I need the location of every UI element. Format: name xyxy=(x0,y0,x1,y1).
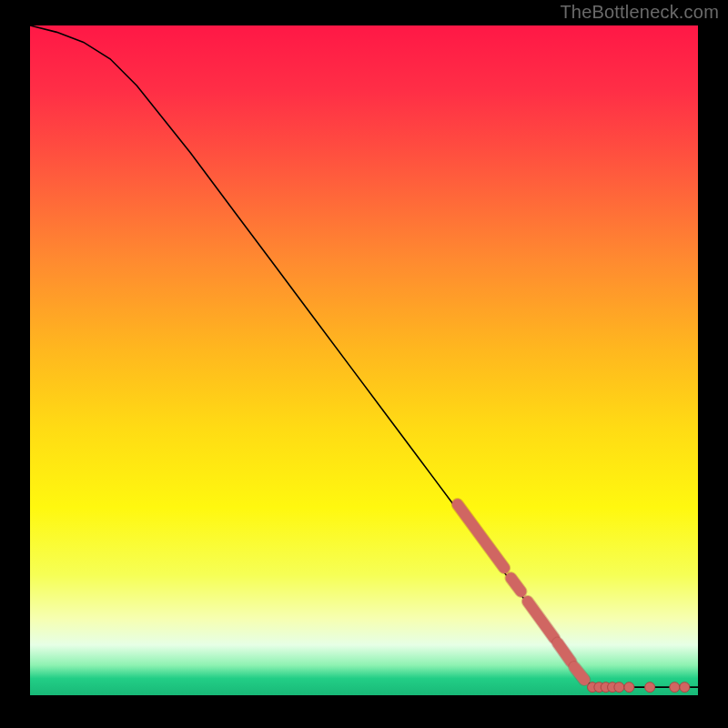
bottom-dot xyxy=(624,682,634,693)
plot-area xyxy=(30,25,698,695)
watermark-text: TheBottleneck.com xyxy=(560,2,719,23)
bottom-dot xyxy=(680,682,690,693)
bottom-dot xyxy=(645,682,655,693)
chart-frame: TheBottleneck.com xyxy=(0,0,728,728)
gradient-background xyxy=(30,25,698,695)
bottom-dot xyxy=(670,682,680,693)
plot-svg xyxy=(30,25,698,695)
bottom-dot xyxy=(614,682,624,693)
